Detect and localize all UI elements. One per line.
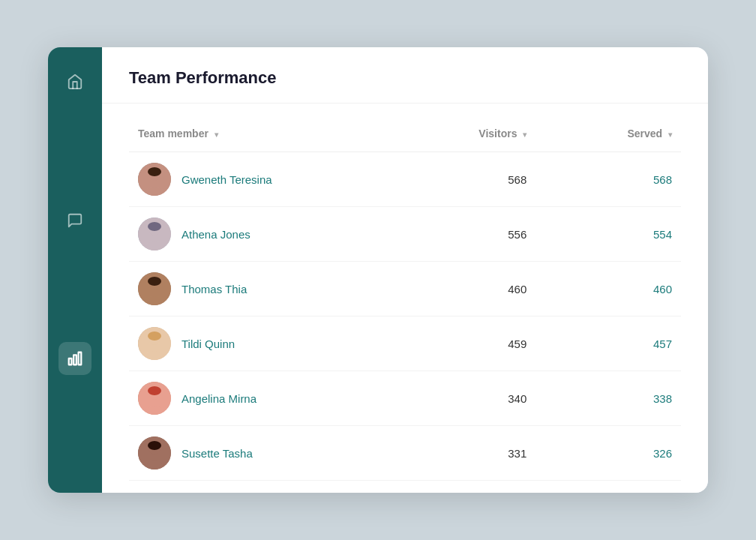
table-body: Gweneth Teresina 568 568 bbox=[129, 152, 681, 481]
sidebar-item-analytics[interactable] bbox=[58, 342, 92, 375]
member-cell-0: Gweneth Teresina bbox=[129, 152, 391, 207]
member-cell-3: Tildi Quinn bbox=[129, 316, 391, 371]
visitors-cell-5: 331 bbox=[391, 426, 536, 481]
sort-icon-served: ▾ bbox=[668, 130, 672, 139]
table-container: Team member ▾ Visitors ▾ Served ▾ bbox=[102, 104, 708, 493]
served-cell-0: 568 bbox=[536, 152, 681, 207]
table-row[interactable]: Tildi Quinn 459 457 bbox=[129, 316, 681, 371]
visitors-cell-0: 568 bbox=[391, 152, 536, 207]
sidebar-item-chat[interactable] bbox=[58, 204, 92, 237]
served-cell-1: 554 bbox=[536, 207, 681, 262]
visitors-cell-3: 459 bbox=[391, 316, 536, 371]
svg-rect-2 bbox=[79, 352, 82, 365]
page-header: Team Performance bbox=[102, 47, 708, 104]
visitors-cell-1: 556 bbox=[391, 207, 536, 262]
main-content: Team Performance Team member ▾ Visitors … bbox=[102, 47, 708, 493]
performance-table: Team member ▾ Visitors ▾ Served ▾ bbox=[129, 116, 681, 481]
sort-icon-member: ▾ bbox=[214, 130, 218, 139]
svg-point-14 bbox=[148, 277, 161, 286]
member-cell-2: Thomas Thia bbox=[129, 262, 391, 316]
member-cell-4: Angelina Mirna bbox=[129, 371, 391, 426]
table-row[interactable]: Athena Jones 556 554 bbox=[129, 207, 681, 262]
member-name-5: Susette Tasha bbox=[182, 447, 253, 460]
table-row[interactable]: Susette Tasha 331 326 bbox=[129, 426, 681, 481]
svg-point-10 bbox=[148, 222, 161, 231]
avatar-2 bbox=[138, 272, 171, 305]
column-header-served[interactable]: Served ▾ bbox=[536, 116, 681, 152]
column-header-member[interactable]: Team member ▾ bbox=[129, 116, 391, 152]
member-name-2: Thomas Thia bbox=[182, 283, 247, 296]
page-title: Team Performance bbox=[129, 68, 681, 88]
table-header: Team member ▾ Visitors ▾ Served ▾ bbox=[129, 116, 681, 152]
table-row[interactable]: Thomas Thia 460 460 bbox=[129, 262, 681, 316]
visitors-cell-2: 460 bbox=[391, 262, 536, 316]
column-header-visitors[interactable]: Visitors ▾ bbox=[391, 116, 536, 152]
svg-rect-1 bbox=[74, 356, 76, 365]
served-cell-3: 457 bbox=[536, 316, 681, 371]
sidebar-item-home[interactable] bbox=[58, 65, 92, 98]
served-cell-4: 338 bbox=[536, 371, 681, 426]
avatar-1 bbox=[138, 218, 171, 250]
served-cell-5: 326 bbox=[536, 426, 681, 481]
member-cell-1: Athena Jones bbox=[129, 207, 391, 262]
app-container: Team Performance Team member ▾ Visitors … bbox=[48, 47, 708, 493]
avatar-0 bbox=[138, 163, 171, 196]
member-cell-5: Susette Tasha bbox=[129, 426, 391, 481]
svg-point-18 bbox=[148, 332, 161, 340]
member-name-3: Tildi Quinn bbox=[182, 338, 235, 350]
avatar-4 bbox=[138, 382, 171, 415]
member-name-0: Gweneth Teresina bbox=[182, 173, 272, 186]
table-row[interactable]: Angelina Mirna 340 338 bbox=[129, 371, 681, 426]
svg-rect-0 bbox=[69, 358, 72, 364]
member-name-1: Athena Jones bbox=[182, 228, 250, 241]
visitors-cell-4: 340 bbox=[391, 371, 536, 426]
sidebar bbox=[48, 47, 102, 493]
member-name-4: Angelina Mirna bbox=[182, 392, 256, 405]
svg-point-22 bbox=[148, 386, 161, 395]
table-row[interactable]: Gweneth Teresina 568 568 bbox=[129, 152, 681, 207]
svg-point-6 bbox=[148, 167, 161, 176]
svg-point-26 bbox=[148, 441, 161, 450]
sort-icon-visitors: ▾ bbox=[523, 130, 526, 139]
avatar-5 bbox=[138, 436, 171, 470]
avatar-3 bbox=[138, 327, 171, 360]
served-cell-2: 460 bbox=[536, 262, 681, 316]
